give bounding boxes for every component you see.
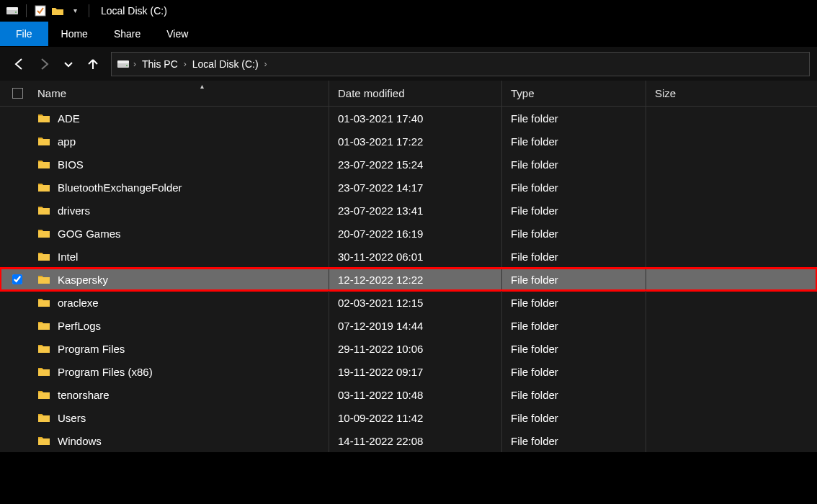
file-date: 01-03-2021 17:40: [338, 112, 423, 125]
file-name: Windows: [58, 435, 102, 447]
svg-point-6: [126, 65, 128, 66]
file-type: File folder: [511, 366, 558, 378]
address-bar[interactable]: › This PC › Local Disk (C:) ›: [111, 52, 810, 76]
new-folder-icon[interactable]: [50, 3, 66, 19]
table-row[interactable]: Windows14-11-2022 22:08File folder: [0, 429, 817, 452]
share-tab[interactable]: Share: [101, 22, 153, 46]
view-tab[interactable]: View: [153, 22, 201, 46]
file-type: File folder: [511, 204, 558, 217]
folder-icon: [37, 436, 50, 446]
file-tab[interactable]: File: [0, 22, 48, 46]
file-name: Program Files: [58, 343, 125, 355]
folder-icon: [37, 228, 50, 238]
svg-rect-1: [6, 7, 18, 10]
file-date: 23-07-2022 14:17: [338, 181, 423, 194]
file-name: ADE: [58, 112, 80, 125]
file-type: File folder: [511, 274, 558, 286]
column-header-size-label: Size: [655, 87, 676, 99]
folder-icon: [37, 113, 50, 123]
file-type: File folder: [511, 343, 558, 355]
home-tab[interactable]: Home: [48, 22, 101, 46]
ribbon-tabs: File Home Share View: [0, 22, 817, 46]
table-row[interactable]: Kaspersky12-12-2022 12:22File folder: [0, 268, 817, 291]
file-date: 03-11-2022 10:48: [338, 389, 423, 401]
table-row[interactable]: BluetoothExchangeFolder23-07-2022 14:17F…: [0, 176, 817, 199]
svg-rect-5: [117, 60, 129, 63]
file-type: File folder: [511, 435, 558, 447]
chevron-right-icon[interactable]: ›: [133, 59, 136, 69]
breadcrumb-this-pc[interactable]: This PC: [139, 58, 181, 70]
file-type: File folder: [511, 320, 558, 332]
folder-icon: [37, 136, 50, 146]
column-header-size[interactable]: Size: [646, 81, 817, 106]
column-header-name-label: Name: [37, 87, 66, 99]
qat-dropdown-icon[interactable]: ▾: [67, 3, 83, 19]
table-row[interactable]: BIOS23-07-2022 15:24File folder: [0, 153, 817, 176]
column-header-name[interactable]: Name ▴: [35, 87, 329, 99]
file-name: BIOS: [58, 158, 84, 171]
table-row[interactable]: drivers23-07-2022 13:41File folder: [0, 199, 817, 222]
table-row[interactable]: Program Files29-11-2022 10:06File folder: [0, 337, 817, 360]
folder-icon: [37, 297, 50, 307]
file-date: 23-07-2022 15:24: [338, 158, 423, 171]
file-name: BluetoothExchangeFolder: [58, 181, 182, 194]
table-row[interactable]: oraclexe02-03-2021 12:15File folder: [0, 291, 817, 314]
title-bar: ▾ Local Disk (C:): [0, 0, 817, 22]
file-type: File folder: [511, 297, 558, 309]
select-all-checkbox[interactable]: [0, 88, 35, 99]
file-name: Users: [58, 412, 86, 424]
file-type: File folder: [511, 112, 558, 125]
table-row[interactable]: GOG Games20-07-2022 16:19File folder: [0, 222, 817, 245]
recent-locations-button[interactable]: [58, 53, 79, 75]
folder-icon: [37, 343, 50, 354]
chevron-right-icon[interactable]: ›: [264, 59, 267, 69]
table-row[interactable]: app01-03-2021 17:22File folder: [0, 130, 817, 153]
file-name: Kaspersky: [58, 274, 108, 286]
table-row[interactable]: ADE01-03-2021 17:40File folder: [0, 107, 817, 130]
folder-icon: [37, 251, 50, 261]
drive-icon: [116, 58, 130, 70]
file-name: tenorshare: [58, 389, 110, 401]
chevron-right-icon[interactable]: ›: [184, 59, 187, 69]
column-header-date[interactable]: Date modified: [329, 81, 501, 106]
forward-button[interactable]: [33, 53, 55, 75]
table-row[interactable]: Program Files (x86)19-11-2022 09:17File …: [0, 360, 817, 383]
file-type: File folder: [511, 251, 558, 263]
drive-icon: [4, 3, 20, 19]
row-checkbox[interactable]: [12, 274, 22, 284]
file-name: GOG Games: [58, 228, 121, 240]
breadcrumb-current[interactable]: Local Disk (C:): [189, 58, 262, 70]
table-row[interactable]: Users10-09-2022 11:42File folder: [0, 406, 817, 429]
folder-icon: [37, 274, 50, 284]
properties-icon[interactable]: [32, 3, 48, 19]
file-date: 19-11-2022 09:17: [338, 366, 423, 378]
file-name: oraclexe: [58, 297, 99, 309]
file-name: app: [58, 135, 76, 148]
svg-point-2: [15, 12, 17, 13]
sort-ascending-icon: ▴: [200, 82, 204, 90]
folder-icon: [37, 366, 50, 377]
file-type: File folder: [511, 181, 558, 194]
folder-icon: [37, 390, 50, 400]
table-row[interactable]: Intel30-11-2022 06:01File folder: [0, 245, 817, 268]
folder-icon: [37, 320, 50, 330]
back-button[interactable]: [9, 53, 30, 75]
file-date: 07-12-2019 14:44: [338, 320, 423, 332]
up-button[interactable]: [82, 53, 104, 75]
folder-icon: [37, 205, 50, 215]
file-list: ADE01-03-2021 17:40File folderapp01-03-2…: [0, 107, 817, 452]
column-header-type[interactable]: Type: [501, 81, 646, 106]
file-name: Intel: [58, 251, 78, 263]
file-date: 02-03-2021 12:15: [338, 297, 423, 309]
file-type: File folder: [511, 412, 558, 424]
quick-access-toolbar: ▾: [0, 3, 94, 19]
window-title: Local Disk (C:): [94, 5, 167, 17]
file-date: 14-11-2022 22:08: [338, 435, 423, 447]
file-date: 23-07-2022 13:41: [338, 204, 423, 217]
table-row[interactable]: tenorshare03-11-2022 10:48File folder: [0, 383, 817, 406]
file-date: 30-11-2022 06:01: [338, 251, 423, 263]
file-date: 10-09-2022 11:42: [338, 412, 423, 424]
folder-icon: [37, 413, 50, 423]
file-date: 20-07-2022 16:19: [338, 228, 423, 240]
table-row[interactable]: PerfLogs07-12-2019 14:44File folder: [0, 314, 817, 337]
